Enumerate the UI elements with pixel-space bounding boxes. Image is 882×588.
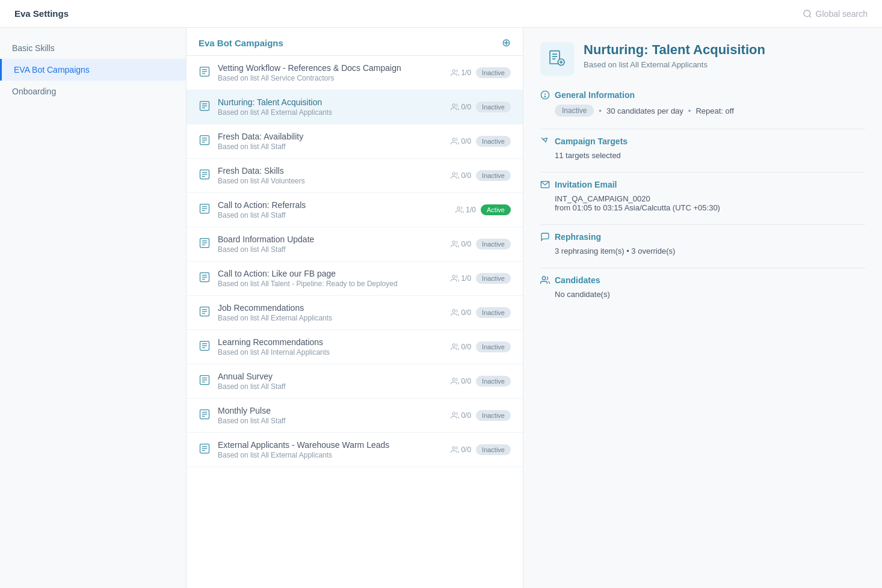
campaign-info: Job Recommendations Based on list All Ex…: [218, 303, 443, 322]
campaign-info: Call to Action: Like our FB page Based o…: [218, 269, 443, 288]
campaign-info: Fresh Data: Availability Based on list A…: [218, 132, 443, 151]
campaign-item[interactable]: Call to Action: Like our FB page Based o…: [187, 262, 523, 296]
campaign-list-icon: [199, 237, 211, 251]
campaign-count: 1/0: [451, 69, 471, 77]
svg-point-71: [544, 96, 545, 97]
campaign-subtext: Based on list All Service Contractors: [218, 74, 443, 82]
campaign-item[interactable]: Vetting Workflow - References & Docs Cam…: [187, 56, 523, 90]
campaign-info: Nurturing: Talent Acquisition Based on l…: [218, 97, 443, 117]
sidebar: Basic Skills EVA Bot Campaigns Onboardin…: [0, 28, 187, 588]
status-badge: Inactive: [476, 239, 511, 250]
campaign-name: Call to Action: Like our FB page: [218, 269, 443, 278]
campaign-name: Board Information Update: [218, 234, 443, 244]
global-search[interactable]: Global search: [803, 9, 868, 19]
detail-subtitle: Based on list All External Applicants: [584, 60, 765, 69]
detail-header: Nurturing: Talent Acquisition Based on l…: [540, 42, 865, 76]
status-badge: Inactive: [476, 307, 511, 318]
rephrasing-icon: [540, 232, 550, 242]
campaign-list-icon: [199, 134, 211, 149]
candidates-section: Candidates No candidate(s): [540, 275, 865, 299]
campaign-count: 1/0: [455, 206, 476, 214]
campaign-info: Learning Recommendations Based on list A…: [218, 337, 443, 357]
campaign-info: Call to Action: Referrals Based on list …: [218, 200, 448, 219]
status-badge: Inactive: [476, 376, 511, 387]
main-layout: Basic Skills EVA Bot Campaigns Onboardin…: [0, 28, 882, 588]
campaign-right: 1/0 Inactive: [451, 67, 511, 78]
campaign-count: 0/0: [451, 308, 471, 317]
invitation-email-section: Invitation Email INT_QA_CAMPAIGN_0020 fr…: [540, 180, 865, 212]
svg-point-61: [452, 447, 455, 450]
sidebar-item-eva-bot-campaigns[interactable]: EVA Bot Campaigns: [0, 59, 186, 81]
campaign-subtext: Based on list All Volunteers: [218, 177, 443, 185]
campaign-info: External Applicants - Warehouse Warm Lea…: [218, 440, 443, 459]
campaign-item[interactable]: Call to Action: Referrals Based on list …: [187, 193, 523, 227]
campaign-targets-section: Campaign Targets 11 targets selected: [540, 136, 865, 160]
status-badge: Inactive: [476, 341, 511, 352]
general-info-content: Inactive • 30 candidates per day • Repea…: [540, 105, 865, 117]
campaign-item[interactable]: Job Recommendations Based on list All Ex…: [187, 296, 523, 330]
campaign-type-icon: [547, 49, 567, 69]
campaign-item[interactable]: Monthly Pulse Based on list All Staff 0/…: [187, 399, 523, 433]
svg-point-41: [452, 310, 455, 313]
campaign-count: 0/0: [451, 240, 471, 248]
campaign-item[interactable]: Fresh Data: Skills Based on list All Vol…: [187, 159, 523, 193]
svg-point-6: [452, 70, 455, 73]
campaign-name: Annual Survey: [218, 372, 443, 381]
app-title: Eva Settings: [14, 8, 69, 19]
campaign-subtext: Based on list All Staff: [218, 211, 448, 219]
svg-point-36: [452, 275, 455, 278]
sidebar-item-onboarding[interactable]: Onboarding: [0, 81, 186, 102]
rephrasing-content: 3 rephrasing item(s) • 3 override(s): [540, 247, 865, 256]
campaign-subtext: Based on list All Staff: [218, 245, 443, 254]
add-campaign-button[interactable]: ⊕: [502, 36, 511, 49]
campaign-name: Learning Recommendations: [218, 337, 443, 347]
campaign-subtext: Based on list All Staff: [218, 417, 443, 425]
target-icon: [540, 136, 550, 146]
status-badge-detail: Inactive: [555, 105, 594, 117]
status-line: Inactive • 30 candidates per day • Repea…: [555, 105, 865, 117]
campaign-list-icon: [199, 340, 211, 354]
campaign-right: 0/0 Inactive: [451, 410, 511, 421]
campaign-item[interactable]: External Applicants - Warehouse Warm Lea…: [187, 433, 523, 467]
email-icon: [540, 180, 550, 189]
status-badge: Inactive: [476, 136, 511, 147]
campaign-list-title: Eva Bot Campaigns: [199, 38, 283, 48]
info-icon: [540, 90, 550, 100]
campaign-items-list: Vetting Workflow - References & Docs Cam…: [187, 56, 523, 467]
svg-point-16: [452, 138, 455, 141]
status-badge: Inactive: [476, 444, 511, 455]
campaign-list-icon: [199, 168, 211, 183]
campaign-name: Vetting Workflow - References & Docs Cam…: [218, 63, 443, 73]
campaign-right: 0/0 Inactive: [451, 444, 511, 455]
campaign-name: Nurturing: Talent Acquisition: [218, 97, 443, 107]
campaign-right: 0/0 Inactive: [451, 341, 511, 352]
status-badge: Inactive: [476, 410, 511, 421]
campaign-list-icon: [199, 203, 211, 217]
campaign-subtext: Based on list All Internal Applicants: [218, 348, 443, 357]
campaign-item[interactable]: Nurturing: Talent Acquisition Based on l…: [187, 90, 523, 124]
candidates-title: Candidates: [540, 275, 865, 285]
status-badge: Inactive: [476, 67, 511, 78]
svg-point-0: [804, 10, 810, 17]
campaign-list-icon: [199, 443, 211, 457]
campaign-name: Job Recommendations: [218, 303, 443, 313]
campaign-item[interactable]: Learning Recommendations Based on list A…: [187, 330, 523, 364]
svg-point-21: [452, 173, 455, 176]
svg-line-1: [809, 16, 811, 17]
detail-title-block: Nurturing: Talent Acquisition Based on l…: [584, 42, 765, 69]
campaign-count: 0/0: [451, 446, 471, 454]
sidebar-item-basic-skills[interactable]: Basic Skills: [0, 37, 186, 59]
campaign-item[interactable]: Fresh Data: Availability Based on list A…: [187, 124, 523, 159]
campaign-item[interactable]: Board Information Update Based on list A…: [187, 227, 523, 262]
campaign-item[interactable]: Annual Survey Based on list All Staff 0/…: [187, 364, 523, 399]
campaign-count: 0/0: [451, 377, 471, 385]
campaign-list-icon: [199, 271, 211, 286]
campaign-list-icon: [199, 66, 211, 80]
campaign-right: 1/0 Inactive: [451, 273, 511, 284]
campaign-count: 1/0: [451, 274, 471, 283]
svg-point-51: [452, 378, 455, 381]
campaign-list-header: Eva Bot Campaigns ⊕: [187, 28, 523, 56]
svg-point-56: [452, 412, 455, 415]
campaign-subtext: Based on list All Staff: [218, 142, 443, 151]
candidates-icon: [540, 275, 550, 285]
